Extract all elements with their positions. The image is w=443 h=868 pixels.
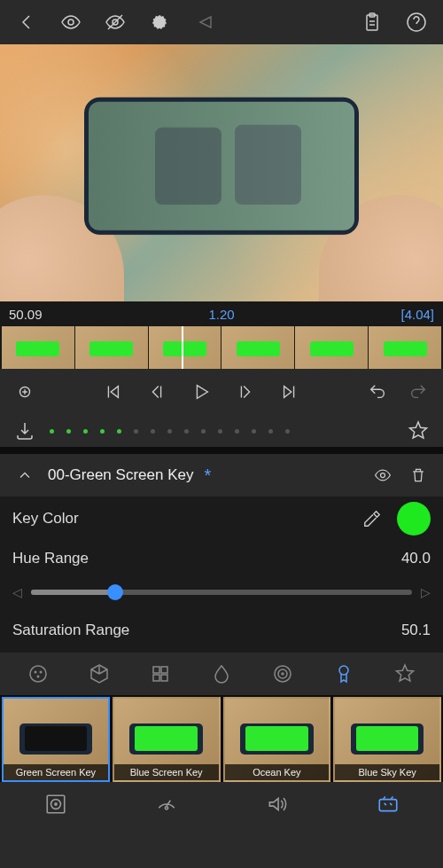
progress-dot: [83, 429, 88, 434]
tab-3d[interactable]: [85, 660, 113, 688]
timeline-frame: [75, 326, 148, 369]
frame-back-button[interactable]: [144, 379, 169, 404]
progress-dot: [218, 429, 222, 434]
timeline-frame: [222, 326, 294, 369]
svg-point-18: [282, 673, 284, 675]
preset-label: Blue Screen Key: [114, 764, 219, 780]
progress-dot: [134, 429, 138, 434]
svg-point-16: [275, 666, 291, 682]
progress-dot: [151, 429, 155, 434]
tab-distort[interactable]: [268, 660, 297, 688]
timeline-frame: [295, 326, 368, 369]
progress-dot: [184, 429, 189, 434]
timecode-bar: 50.09 1.20 [4.04]: [0, 301, 443, 326]
add-layer-button[interactable]: [12, 379, 37, 404]
timeline-frame: [369, 326, 441, 369]
section-title: 00-Green Screen Key: [48, 466, 193, 484]
svg-point-17: [278, 669, 287, 678]
timecode-clip-position: 50.09: [9, 307, 43, 322]
key-color-label: Key Color: [12, 510, 347, 528]
eye-show-icon[interactable]: [58, 10, 83, 35]
frame-forward-button[interactable]: [233, 379, 258, 404]
modified-indicator: *: [204, 465, 211, 486]
download-button[interactable]: [12, 418, 37, 443]
tab-favorites[interactable]: [391, 660, 419, 688]
redo-button[interactable]: [406, 379, 431, 404]
svg-point-8: [30, 666, 46, 682]
timecode-current: 1.20: [43, 307, 401, 322]
svg-rect-15: [161, 675, 167, 681]
undo-button[interactable]: [365, 379, 390, 404]
preview-phone: [84, 98, 359, 235]
progress-dot: [66, 429, 71, 434]
back-button[interactable]: [14, 10, 39, 35]
tab-blur[interactable]: [207, 660, 236, 688]
delete-button[interactable]: [406, 463, 431, 488]
video-preview[interactable]: [0, 44, 443, 301]
bottom-tab-source[interactable]: [40, 788, 72, 820]
svg-rect-13: [161, 667, 167, 673]
timeline-frame: [149, 326, 222, 369]
tab-color[interactable]: [24, 660, 52, 688]
hue-range-label: Hue Range: [12, 550, 389, 567]
bottom-tab-effects[interactable]: [372, 788, 404, 820]
progress-dot: [268, 429, 273, 434]
preset-thumbnail[interactable]: Blue Sky Key: [333, 697, 441, 782]
increment-icon[interactable]: ▷: [421, 585, 431, 599]
progress-dots: [50, 429, 393, 434]
timecode-duration: [4.04]: [400, 307, 434, 322]
clipboard-icon[interactable]: [360, 10, 385, 35]
help-icon[interactable]: [404, 10, 429, 35]
hue-range-value: 40.0: [401, 550, 431, 567]
share-icon[interactable]: [191, 10, 216, 35]
preset-thumbnail[interactable]: Green Screen Key: [2, 697, 110, 782]
svg-rect-24: [379, 800, 397, 811]
progress-dot: [100, 429, 105, 434]
visibility-toggle[interactable]: [370, 463, 395, 488]
svg-point-10: [39, 671, 42, 674]
timeline-frame: [2, 326, 74, 369]
skip-start-button[interactable]: [100, 379, 125, 404]
progress-dot: [235, 429, 239, 434]
bottom-tab-speed[interactable]: [151, 788, 183, 820]
saturation-range-value: 50.1: [401, 622, 431, 639]
timeline-filmstrip[interactable]: [0, 326, 443, 369]
eye-hide-icon[interactable]: [103, 10, 128, 35]
progress-dot: [252, 429, 256, 434]
playhead[interactable]: [182, 326, 183, 369]
preset-label: Ocean Key: [225, 764, 330, 780]
progress-dot: [201, 429, 206, 434]
eyedropper-button[interactable]: [360, 506, 385, 531]
favorite-button[interactable]: [406, 418, 431, 443]
progress-dot: [285, 429, 290, 434]
preset-thumbnail[interactable]: Blue Screen Key: [113, 697, 221, 782]
preset-thumbnail[interactable]: Ocean Key: [223, 697, 331, 782]
slider-thumb[interactable]: [107, 584, 123, 600]
saturation-range-label: Saturation Range: [12, 622, 389, 639]
svg-point-22: [54, 803, 56, 805]
hue-range-slider[interactable]: [31, 590, 412, 595]
preset-label: Blue Sky Key: [335, 764, 439, 780]
svg-point-19: [339, 666, 348, 675]
skip-end-button[interactable]: [277, 379, 302, 404]
tab-key[interactable]: [330, 660, 358, 688]
decrement-icon[interactable]: ◁: [12, 585, 22, 599]
svg-point-7: [381, 473, 385, 478]
svg-point-11: [36, 676, 39, 678]
svg-rect-14: [153, 675, 159, 681]
tab-grid[interactable]: [146, 660, 175, 688]
preset-label: Green Screen Key: [4, 764, 108, 780]
progress-dot: [167, 429, 172, 434]
play-button[interactable]: [189, 379, 214, 404]
svg-point-9: [34, 671, 36, 674]
progress-dot: [117, 429, 121, 434]
key-color-swatch[interactable]: [397, 502, 431, 536]
svg-point-23: [165, 807, 167, 809]
progress-dot: [50, 429, 54, 434]
bottom-tab-audio[interactable]: [261, 788, 293, 820]
svg-point-0: [68, 20, 74, 25]
tone-adjust-icon[interactable]: [147, 10, 172, 35]
collapse-button[interactable]: [12, 463, 37, 488]
svg-rect-12: [153, 667, 159, 673]
